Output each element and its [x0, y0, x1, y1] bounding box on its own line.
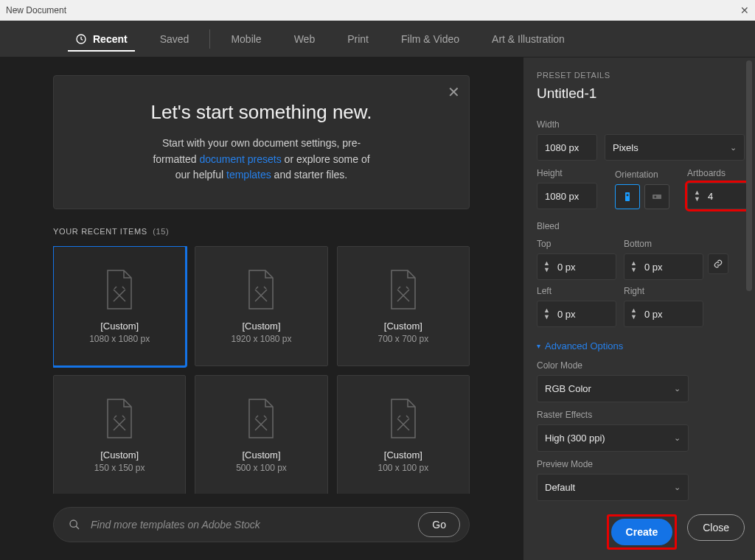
bleed-right-stepper[interactable]: ▲▼ — [624, 301, 703, 327]
tab-label: Web — [294, 33, 316, 45]
bleed-top-label: Top — [537, 239, 616, 249]
advanced-options-toggle[interactable]: ▾Advanced Options — [537, 340, 745, 351]
height-input[interactable]: 1080 px — [537, 183, 597, 209]
tab-label: Recent — [93, 33, 128, 45]
color-mode-select[interactable]: RGB Color⌄ — [537, 375, 689, 402]
preset-card[interactable]: [Custom] 1920 x 1080 px — [195, 246, 327, 366]
svg-rect-2 — [625, 192, 630, 201]
chevron-down-icon: ⌄ — [674, 483, 681, 492]
tab-label: Film & Video — [401, 33, 459, 45]
left-panel: ✕ Let's start something new. Start with … — [0, 57, 523, 560]
bleed-label: Bleed — [537, 221, 745, 231]
card-dims: 700 x 700 px — [378, 334, 428, 344]
preset-card[interactable]: [Custom] 150 x 150 px — [53, 375, 186, 494]
recent-items-grid: [Custom] 1080 x 1080 px [Custom] 1920 x … — [53, 246, 470, 494]
bleed-bottom-stepper[interactable]: ▲▼ — [624, 253, 703, 280]
tab-recent[interactable]: Recent — [59, 21, 144, 57]
tab-art-illustration[interactable]: Art & Illustration — [476, 21, 581, 57]
card-dims: 500 x 100 px — [236, 463, 287, 473]
category-tabs: Recent Saved Mobile Web Print Film & Vid… — [0, 21, 755, 57]
card-name: [Custom] — [242, 321, 280, 332]
card-name: [Custom] — [384, 321, 422, 332]
template-search: Go — [53, 507, 470, 542]
orientation-portrait-button[interactable] — [615, 184, 640, 209]
close-button[interactable]: Close — [687, 514, 745, 541]
recent-items-label: YOUR RECENT ITEMS (15) — [53, 227, 470, 236]
scrollbar[interactable] — [746, 60, 752, 504]
raster-effects-select[interactable]: High (300 ppi)⌄ — [537, 424, 689, 452]
link-bleed-icon[interactable] — [708, 253, 728, 274]
document-name-input[interactable] — [537, 85, 745, 102]
preset-card[interactable]: [Custom] 700 x 700 px — [337, 246, 470, 366]
recent-icon — [75, 33, 87, 45]
svg-point-1 — [70, 520, 77, 527]
preset-details-panel: PRESET DETAILS Width 1080 px Pixels⌄ Hei… — [523, 57, 755, 560]
preview-mode-select[interactable]: Default⌄ — [537, 474, 689, 501]
tab-film-video[interactable]: Film & Video — [385, 21, 476, 57]
tab-label: Mobile — [231, 33, 261, 45]
orientation-label: Orientation — [615, 169, 669, 180]
window-title: New Document — [6, 5, 66, 15]
window-close-icon[interactable]: ✕ — [740, 4, 749, 16]
tab-mobile[interactable]: Mobile — [215, 21, 277, 57]
stepper-arrows[interactable]: ▲▼ — [691, 189, 703, 203]
bleed-left-label: Left — [537, 286, 616, 296]
svg-point-5 — [654, 196, 656, 198]
artboards-label: Artboards — [687, 168, 748, 178]
tab-label: Art & Illustration — [492, 33, 565, 45]
card-name: [Custom] — [100, 321, 139, 332]
link-document-presets[interactable]: document presets — [199, 153, 281, 165]
tab-saved[interactable]: Saved — [144, 21, 206, 57]
preset-card[interactable]: [Custom] 500 x 100 px — [195, 375, 327, 494]
preview-mode-label: Preview Mode — [537, 459, 745, 469]
artboards-stepper[interactable]: ▲▼ — [687, 183, 748, 209]
preset-details-heading: PRESET DETAILS — [537, 71, 745, 80]
create-button[interactable]: Create — [611, 519, 673, 545]
card-dims: 150 x 150 px — [94, 463, 145, 473]
search-input[interactable] — [91, 519, 408, 531]
chevron-down-icon: ⌄ — [674, 433, 681, 443]
tab-divider — [209, 29, 210, 49]
svg-point-3 — [627, 194, 629, 196]
card-dims: 100 x 100 px — [378, 463, 428, 473]
orientation-landscape-button[interactable] — [644, 184, 669, 209]
tab-web[interactable]: Web — [278, 21, 332, 57]
width-input[interactable]: 1080 px — [537, 134, 597, 161]
go-button[interactable]: Go — [418, 512, 460, 537]
units-select[interactable]: Pixels⌄ — [605, 134, 745, 161]
card-name: [Custom] — [242, 449, 280, 461]
close-icon[interactable]: ✕ — [448, 83, 460, 101]
bleed-right-label: Right — [624, 286, 703, 296]
card-dims: 1920 x 1080 px — [231, 334, 291, 344]
preset-card[interactable]: [Custom] 1080 x 1080 px — [53, 246, 186, 366]
bleed-right-input[interactable] — [640, 309, 669, 320]
height-label: Height — [537, 168, 597, 178]
link-templates[interactable]: templates — [226, 169, 271, 181]
search-icon — [69, 519, 80, 531]
bleed-top-input[interactable] — [553, 262, 582, 273]
color-mode-label: Color Mode — [537, 360, 745, 371]
titlebar: New Document ✕ — [0, 0, 755, 21]
document-icon — [103, 269, 136, 310]
bleed-left-stepper[interactable]: ▲▼ — [537, 301, 616, 327]
document-icon — [387, 398, 420, 439]
bleed-bottom-input[interactable] — [640, 262, 669, 273]
bleed-left-input[interactable] — [553, 309, 582, 320]
preset-card[interactable]: [Custom] 100 x 100 px — [337, 375, 470, 494]
bleed-top-stepper[interactable]: ▲▼ — [537, 253, 616, 280]
tab-print[interactable]: Print — [331, 21, 385, 57]
card-dims: 1080 x 1080 px — [89, 334, 150, 344]
bleed-bottom-label: Bottom — [624, 239, 703, 249]
document-icon — [103, 398, 136, 439]
artboards-input[interactable] — [703, 191, 733, 202]
tab-label: Print — [347, 33, 369, 45]
raster-effects-label: Raster Effects — [537, 410, 745, 420]
svg-rect-4 — [653, 195, 661, 199]
card-name: [Custom] — [384, 449, 422, 461]
document-icon — [245, 269, 277, 310]
hero-title: Let's start something new. — [83, 101, 439, 124]
width-label: Width — [537, 119, 745, 130]
scrollbar-thumb[interactable] — [746, 60, 752, 291]
chevron-down-icon: ⌄ — [730, 143, 737, 153]
chevron-down-icon: ⌄ — [674, 384, 681, 393]
